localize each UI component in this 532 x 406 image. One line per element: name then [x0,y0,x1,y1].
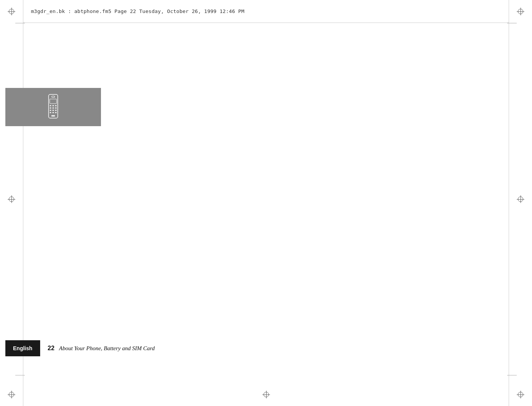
crossmark-top-left [8,8,15,15]
svg-rect-4 [52,105,54,106]
crossmark-bottom-left [8,391,15,398]
svg-rect-11 [55,110,57,111]
svg-rect-2 [50,99,57,104]
border-line-top-left [15,23,25,23]
svg-rect-5 [55,105,57,106]
page-title: About Your Phone, Battery and SIM Card [59,345,155,352]
svg-rect-9 [50,110,51,111]
svg-rect-13 [52,112,54,113]
border-line-bottom-left [15,375,25,375]
svg-rect-6 [50,107,51,109]
header-text: m3gdr_en.bk : abtphone.fm5 Page 22 Tuesd… [31,8,244,14]
phone-svg-icon [46,94,61,120]
svg-rect-15 [51,115,55,117]
crossmark-bottom-right [517,391,524,398]
svg-point-1 [52,96,55,97]
svg-rect-14 [55,112,57,113]
border-line-top-right [507,23,517,23]
crossmark-bottom-center [262,391,270,398]
crossmark-middle-left [8,195,15,203]
page-header: m3gdr_en.bk : abtphone.fm5 Page 22 Tuesd… [23,0,509,23]
svg-rect-8 [55,107,57,109]
svg-rect-10 [52,110,54,111]
crossmark-top-right [517,8,524,15]
page-number: 22 [48,345,55,352]
border-line-bottom-right [507,375,517,375]
crossmark-middle-right [517,195,524,203]
svg-rect-7 [52,107,54,109]
svg-rect-3 [50,105,51,106]
language-label: English [5,340,40,356]
footer-bar: English 22 About Your Phone, Battery and… [5,340,532,356]
phone-image [5,88,101,126]
svg-rect-12 [50,112,51,113]
